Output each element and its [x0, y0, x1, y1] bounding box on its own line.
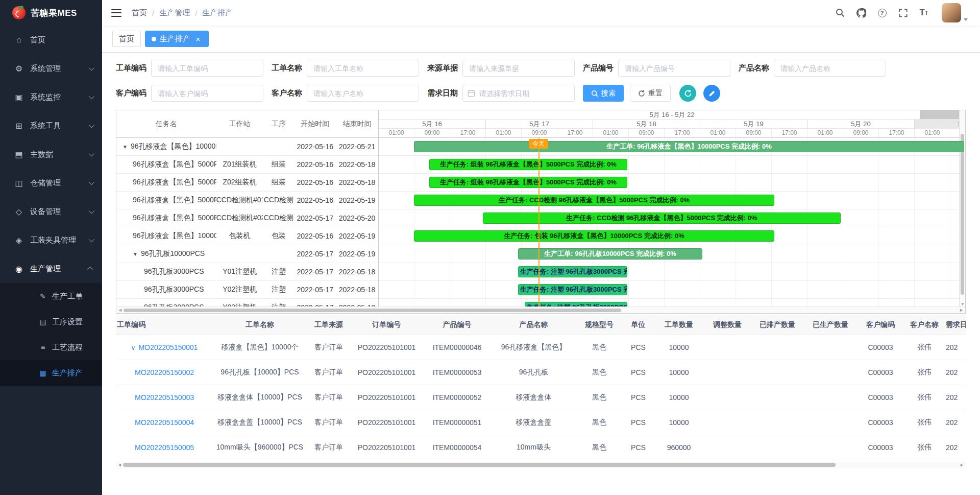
filter-input[interactable] — [462, 85, 575, 102]
breadcrumb-item[interactable]: 生产管理 — [159, 8, 190, 18]
orders-column-code: 工单编码 — [116, 320, 213, 329]
sidebar-subitem-3[interactable]: ▦生产排产 — [0, 360, 102, 386]
orders-row: MO202205150003移液盒盒体【10000】PCS客户订单PO20220… — [116, 385, 966, 410]
gantt-grid-row[interactable]: ▼96孔孔板10000PCS2022-05-172022-05-19 — [116, 245, 378, 263]
gantt-grid-row[interactable]: 96孔孔板3000PCSY01注塑机注塑2022-05-172022-05-18 — [116, 263, 378, 281]
order-link[interactable]: MO202205150001 — [138, 343, 198, 351]
gantt-grid-row[interactable]: 96孔孔板3000PCSY02注塑机注塑2022-05-172022-05-18 — [116, 281, 378, 299]
document-icon: ▤ — [14, 150, 24, 159]
font-size-icon[interactable]: TT — [918, 7, 930, 19]
orders-cell-qty: 10000 — [654, 393, 704, 402]
orders-horizontal-scrollbar[interactable]: ◄ ► — [116, 462, 966, 468]
scroll-right-icon[interactable]: ► — [959, 308, 964, 313]
gantt-header: 任务名工作站工序开始时间结束时间 5月 16 - 5月 22 5月 165月 1… — [116, 110, 965, 138]
breadcrumb-item[interactable]: 生产排产 — [202, 8, 233, 18]
gantt-bar[interactable]: 生产任务: 注塑 96孔孔板3000PCS 完成比例: 0% — [518, 266, 627, 277]
sidebar-item-6[interactable]: ◇设备管理 — [0, 197, 102, 226]
github-icon[interactable] — [855, 7, 867, 19]
scroll-right-icon[interactable]: ► — [960, 462, 964, 467]
sidebar-subitem-2[interactable]: ≡工艺流程 — [0, 335, 102, 360]
scroll-down-icon[interactable]: ▼ — [961, 302, 965, 307]
tab-close-icon[interactable]: × — [194, 35, 202, 43]
order-link[interactable]: MO202205150005 — [135, 443, 194, 452]
scale-hour: 09:00 — [736, 129, 772, 137]
gantt-bar[interactable]: 生产任务: 注塑 96孔孔板3000PCS 完成比例: 0% — [518, 284, 627, 295]
breadcrumb-item[interactable]: 首页 — [132, 8, 147, 18]
filter-input[interactable] — [462, 60, 575, 77]
scale-hour: 01:00 — [593, 129, 629, 137]
filter-input[interactable] — [151, 85, 263, 102]
tab-1[interactable]: 生产排产× — [145, 31, 209, 47]
gantt-chart-row: 生产任务: 注塑 96孔孔板3000PCS 完成比例: 0% — [379, 299, 965, 307]
scroll-left-icon[interactable]: ◄ — [117, 462, 122, 467]
filter-input-wrap — [307, 85, 419, 102]
gantt-bar[interactable]: 生产任务: CCD检测 96孔移液盒【黑色】5000PCS 完成比例: 0% — [483, 213, 841, 224]
gantt-task-cell: 96孔孔板3000PCS — [116, 303, 216, 307]
gantt-vscroll-thumb[interactable] — [961, 134, 964, 295]
expander-icon[interactable]: ▼ — [133, 251, 138, 257]
app-logo[interactable]: 苦糖果MES — [0, 0, 102, 26]
search-button[interactable]: 搜索 — [583, 85, 624, 102]
gantt-cell: 包装机 — [216, 231, 263, 241]
filter-input[interactable] — [307, 85, 419, 102]
refresh-schedule-button[interactable] — [679, 85, 696, 102]
scale-hour: 01:00 — [915, 129, 950, 137]
edit-schedule-button[interactable] — [703, 85, 720, 102]
sidebar-item-7[interactable]: ◈工装夹具管理 — [0, 226, 102, 254]
sidebar-item-3[interactable]: ⊞系统工具 — [0, 111, 102, 140]
gantt-grid-row[interactable]: 96孔移液盒【黑色】5000PCSZ01组装机组装2022-05-162022-… — [116, 156, 378, 174]
gantt-horizontal-scrollbar[interactable]: ◄ ► — [116, 307, 965, 313]
filter-input[interactable] — [307, 60, 419, 77]
sidebar-item-1[interactable]: ⚙系统管理 — [0, 54, 102, 83]
reset-button[interactable]: 重置 — [630, 85, 671, 102]
gantt-vertical-scrollbar[interactable]: ▼ — [959, 110, 965, 307]
sidebar-toggle-icon[interactable] — [111, 9, 121, 17]
row-expand-icon[interactable]: ∨ — [131, 344, 136, 351]
gantt-grid-row[interactable]: 96孔移液盒【黑色】10000PCS包装机包装2022-05-162022-05… — [116, 227, 378, 245]
orders-hscroll-thumb[interactable] — [123, 463, 836, 467]
orders-cell-spec: 黑色 — [576, 443, 623, 452]
help-icon[interactable]: ? — [876, 7, 888, 19]
sidebar-item-5[interactable]: ◫仓储管理 — [0, 169, 102, 197]
sidebar-item-2[interactable]: ▣系统监控 — [0, 83, 102, 111]
gantt-grid-row[interactable]: 96孔移液盒【黑色】5000PCSCCD检测机#01CCD检测2022-05-1… — [116, 192, 378, 209]
user-menu[interactable] — [942, 3, 968, 22]
gantt-bar[interactable]: 生产任务: CCD检测 96孔移液盒【黑色】5000PCS 完成比例: 0% — [414, 195, 774, 206]
expander-icon[interactable]: ▼ — [122, 144, 128, 150]
tab-0[interactable]: 首页 — [112, 31, 141, 47]
orders-column-product_no: 产品编号 — [423, 320, 492, 329]
gantt-bar[interactable]: 生产工单: 96孔孔板10000PCS 完成比例: 0% — [518, 248, 702, 260]
gantt-hscroll-thumb[interactable] — [124, 309, 621, 312]
sidebar-item-8[interactable]: ◉生产管理 — [0, 254, 102, 283]
orders-column-produced_qty: 已生产数量 — [804, 320, 857, 329]
order-link[interactable]: MO202205150004 — [135, 418, 194, 427]
gantt-grid-row[interactable]: 96孔移液盒【黑色】5000PCSCCD检测机#02CCD检测2022-05-1… — [116, 209, 378, 227]
gantt-grid-row[interactable]: ▼96孔移液盒【黑色】10000PCS2022-05-162022-05-21 — [116, 138, 378, 156]
gantt-grid-row[interactable]: 96孔移液盒【黑色】5000PCSZ02组装机组装2022-05-162022-… — [116, 174, 378, 192]
orders-table-header: 工单编码工单名称工单来源订单编号产品编号产品名称规格型号单位工单数量调整数量已排… — [116, 315, 966, 335]
order-link[interactable]: MO202205150003 — [135, 393, 194, 402]
sidebar-item-4[interactable]: ▤主数据 — [0, 140, 102, 169]
fullscreen-icon[interactable] — [897, 7, 909, 19]
gantt-bar[interactable]: 生产任务: 注塑 96孔孔板3000PCS 完成比例: 0% — [525, 302, 628, 307]
gantt-bar[interactable]: 生产工单: 96孔移液盒【黑色】10000PCS 完成比例: 0% — [414, 141, 964, 152]
orders-cell-customer_name: 张伟 — [904, 393, 945, 402]
gantt-grid-row[interactable]: 96孔孔板3000PCSY03注塑机注塑2022-05-172022-05-18 — [116, 299, 378, 307]
gantt-bar[interactable]: 生产任务: 组装 96孔移液盒【黑色】5000PCS 完成比例: 0% — [429, 159, 628, 170]
sidebar-item-label: 工装夹具管理 — [30, 235, 76, 245]
logo-text: 苦糖果MES — [31, 7, 77, 19]
filter-input[interactable] — [151, 60, 263, 77]
orders-cell-product_no: ITEM00000052 — [423, 393, 492, 402]
filter-input[interactable] — [774, 60, 886, 77]
gantt-task-cell: 96孔移液盒【黑色】5000PCS — [116, 196, 216, 205]
gantt-bar[interactable]: 生产任务: 组装 96孔移液盒【黑色】5000PCS 完成比例: 0% — [429, 177, 628, 188]
orders-cell-source: 客户订单 — [307, 368, 351, 377]
gantt-bar[interactable]: 生产任务: 包装 96孔移液盒【黑色】10000PCS 完成比例: 0% — [414, 230, 774, 242]
sidebar-subitem-0[interactable]: ✎生产工单 — [0, 284, 102, 309]
sidebar-subitem-1[interactable]: ▤工序设置 — [0, 309, 102, 335]
order-link[interactable]: MO202205150002 — [135, 368, 194, 376]
search-icon[interactable] — [834, 7, 846, 19]
sidebar-item-0[interactable]: ⌂首页 — [0, 26, 102, 54]
filter-input[interactable] — [618, 60, 730, 77]
scroll-left-icon[interactable]: ◄ — [118, 308, 122, 313]
